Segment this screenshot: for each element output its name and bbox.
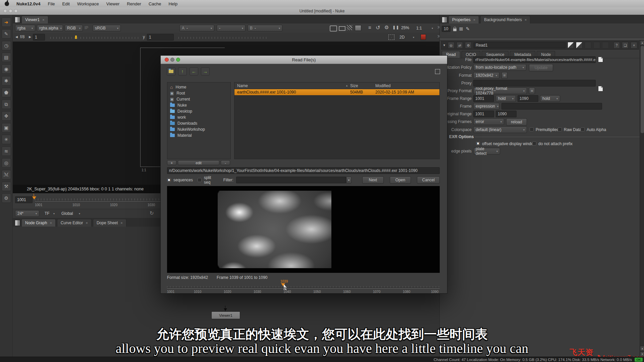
- proxy-input[interactable]: [473, 80, 596, 86]
- tab-background-renders[interactable]: Background Renders ×: [480, 16, 530, 23]
- zoom-level[interactable]: 25%: [401, 25, 409, 30]
- filter-input[interactable]: [236, 177, 346, 183]
- other-icon[interactable]: ⚙: [2, 193, 11, 203]
- open-button[interactable]: Open: [390, 176, 411, 184]
- tab-viewer1[interactable]: Viewer1 ×: [21, 16, 48, 23]
- fps-dropdown[interactable]: 24*▾: [15, 210, 39, 217]
- help-icon[interactable]: ?: [613, 42, 620, 49]
- sequences-checkbox[interactable]: ✖: [167, 178, 171, 182]
- add-bookmark-button[interactable]: +: [167, 160, 176, 165]
- checker-icon[interactable]: [347, 25, 352, 30]
- 3d-icon[interactable]: ▣: [2, 123, 11, 132]
- time-icon[interactable]: ◷: [2, 41, 11, 50]
- channel-icon[interactable]: ▤: [2, 53, 11, 62]
- apple-icon[interactable]: [5, 2, 9, 6]
- up-directory-icon[interactable]: ↑: [178, 67, 187, 75]
- gamma-slider[interactable]: [178, 37, 268, 39]
- frame-range-start-mode-dropdown[interactable]: hold▾: [496, 95, 516, 102]
- switch-icon[interactable]: ⇄: [457, 42, 463, 49]
- menu-render[interactable]: Render: [127, 1, 141, 6]
- menu-workspace[interactable]: Workspace: [77, 1, 99, 6]
- close-icon[interactable]: ×: [50, 221, 52, 225]
- window-minimize-button[interactable]: [9, 9, 12, 13]
- panel-icon[interactable]: [442, 17, 447, 23]
- input-b-dropdown[interactable]: B- ▾: [248, 25, 282, 32]
- preview-timeline[interactable]: 1039 1001 1010 1020 1030 1040 1050 1060 …: [167, 281, 440, 293]
- update-button[interactable]: Update: [529, 64, 553, 71]
- deep-icon[interactable]: ≋: [2, 146, 11, 156]
- channels-dropdown[interactable]: rgba▾: [15, 25, 35, 32]
- gamma-toggle-icon[interactable]: [339, 26, 345, 31]
- viewer-lut-dropdown[interactable]: sRGB▾: [93, 25, 121, 32]
- particles-icon[interactable]: ✳: [2, 135, 11, 144]
- gain-toggle-icon[interactable]: [330, 25, 337, 32]
- new-folder-icon[interactable]: [167, 67, 175, 75]
- view-mode-dropdown[interactable]: 2D▾: [397, 34, 417, 41]
- panel-icon[interactable]: [15, 17, 20, 23]
- scroll-up-icon[interactable]: ▴: [640, 40, 644, 45]
- wipe-dropdown[interactable]: -▾: [217, 25, 246, 32]
- file-list-header[interactable]: Name ▲ Size Modified: [234, 82, 439, 89]
- close-icon[interactable]: ×: [86, 221, 88, 225]
- tab-properties[interactable]: Properties ×: [448, 16, 479, 23]
- frame-expression-input[interactable]: [501, 103, 602, 110]
- pause-icon[interactable]: ❚❚: [392, 25, 399, 29]
- center-node-icon[interactable]: ◎: [448, 42, 454, 49]
- close-icon[interactable]: ×: [473, 18, 475, 22]
- toolsets-icon[interactable]: ⚒: [2, 182, 11, 191]
- panel-icon[interactable]: [15, 220, 20, 226]
- offset-negative-checkbox[interactable]: ✖: [476, 141, 480, 145]
- filter-dropdown-icon[interactable]: ▾: [346, 177, 352, 183]
- window-close-button[interactable]: [3, 9, 7, 13]
- column-modified[interactable]: Modified: [375, 83, 439, 88]
- sidebar-item-nukeworkshop[interactable]: NukeWorkshop: [167, 126, 230, 132]
- properties-scrollbar[interactable]: ▴ ▴ ▾: [640, 40, 644, 357]
- close-icon[interactable]: ×: [525, 18, 527, 22]
- forward-icon[interactable]: →: [201, 67, 210, 75]
- views-icon[interactable]: ◎: [2, 158, 11, 168]
- metadata-icon[interactable]: ℳ: [2, 170, 11, 179]
- image-icon[interactable]: ➜: [2, 17, 11, 27]
- menu-cache[interactable]: Cache: [149, 1, 161, 6]
- colorspace-dropdown[interactable]: default (linear)▾: [473, 126, 527, 133]
- collapse-icon[interactable]: ▼: [443, 44, 446, 47]
- input-a-dropdown[interactable]: A- ▾: [179, 25, 214, 32]
- tf-dropdown[interactable]: TF▾: [42, 210, 57, 217]
- close-all-panels-icon[interactable]: ⊠: [459, 26, 463, 32]
- dialog-zoom-button[interactable]: [176, 58, 180, 62]
- cancel-button[interactable]: Cancel: [417, 176, 440, 184]
- file-browse-icon[interactable]: [598, 57, 603, 62]
- lock-icon[interactable]: [453, 28, 457, 31]
- frame-range-start-input[interactable]: 1001: [473, 95, 494, 102]
- display-style-dropdown[interactable]: RGB▾: [65, 25, 83, 32]
- frame-range-end-input[interactable]: 1090: [518, 95, 538, 102]
- tab-curve-editor[interactable]: Curve Editor ×: [57, 219, 92, 227]
- window-zoom-button[interactable]: [14, 9, 18, 13]
- gain-slider-handle[interactable]: [75, 36, 77, 39]
- layer-dropdown[interactable]: rgba.alpha▾: [37, 25, 63, 32]
- frame-mode-dropdown[interactable]: expression▾: [473, 103, 499, 110]
- localization-policy-dropdown[interactable]: from auto-localize path▾: [473, 64, 526, 71]
- proxy-format-dropdown[interactable]: root.proxy_format 1024x778▾: [473, 87, 527, 94]
- close-icon[interactable]: ×: [120, 221, 122, 225]
- path-input[interactable]: n/Documents/work/NukeWorkshop/1_YourFirs…: [167, 167, 440, 174]
- gamma-input[interactable]: 1: [147, 34, 174, 41]
- reload-button[interactable]: reload: [506, 118, 527, 126]
- preview-ruler[interactable]: [167, 286, 440, 289]
- next-button[interactable]: Next: [362, 176, 384, 184]
- proxy-browse-icon[interactable]: [598, 86, 603, 92]
- tab-node-graph[interactable]: Node Graph ×: [21, 219, 56, 227]
- menu-edit[interactable]: Edit: [62, 1, 70, 6]
- merge-icon[interactable]: ⧉: [2, 100, 11, 109]
- menu-help[interactable]: Help: [168, 1, 177, 6]
- next-icon[interactable]: ▶: [29, 35, 31, 39]
- close-panel-icon[interactable]: ×: [631, 42, 637, 49]
- range-mode-dropdown[interactable]: Global▾: [59, 210, 83, 217]
- menu-viewer[interactable]: Viewer: [106, 1, 120, 6]
- file-row-selected[interactable]: earthClouds.####.exr 1001-1090 504MB 202…: [234, 89, 439, 95]
- column-size[interactable]: Size: [350, 83, 375, 88]
- sidebar-item-root[interactable]: ▣ Root: [167, 90, 230, 96]
- keyer-icon[interactable]: ⬟: [2, 88, 11, 97]
- max-panels-input[interactable]: 10: [442, 26, 450, 32]
- viewer1-node[interactable]: Viewer1: [211, 311, 240, 319]
